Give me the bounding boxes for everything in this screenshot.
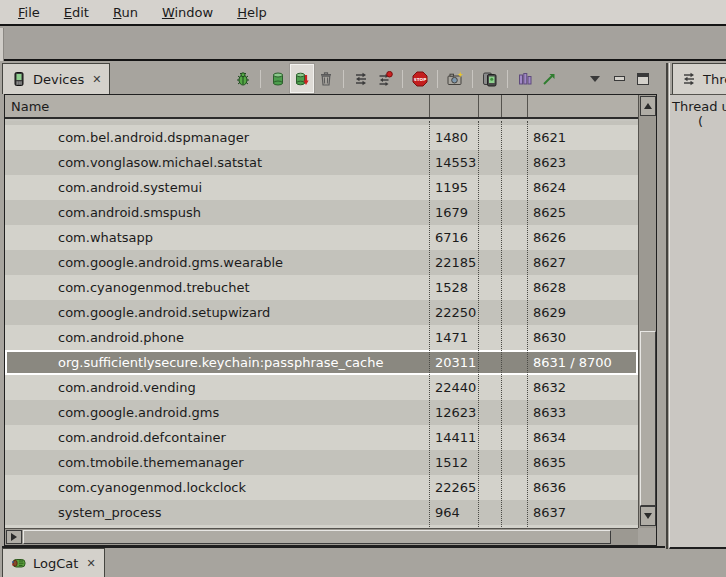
line-chart-button[interactable] xyxy=(537,66,561,92)
update-heap-button[interactable] xyxy=(266,66,290,92)
process-port: 8627 xyxy=(528,255,638,270)
view-sash[interactable] xyxy=(666,63,668,549)
process-pid: 12623 xyxy=(430,405,479,420)
table-row[interactable]: com.whatsapp 6716 8626 xyxy=(5,225,638,250)
update-threads-button[interactable] xyxy=(349,66,373,92)
process-name: system_process xyxy=(5,505,430,520)
device-panel-button[interactable] xyxy=(478,66,502,92)
table-row[interactable]: com.android.systemui 1195 8624 xyxy=(5,175,638,200)
process-pid: 1480 xyxy=(430,130,479,145)
table-row[interactable]: com.vonglasow.michael.satstat 14553 8623 xyxy=(5,150,638,175)
process-pid: 20311 xyxy=(430,355,479,370)
view-menu-button[interactable] xyxy=(583,66,607,92)
process-name: com.android.systemui xyxy=(5,180,430,195)
tab-devices[interactable]: Devices ✕ xyxy=(2,63,110,94)
toolbar-separator xyxy=(402,70,403,88)
minimize-button[interactable] xyxy=(607,66,631,92)
column-header-5[interactable] xyxy=(528,95,638,117)
table-row[interactable]: system_process 964 8637 xyxy=(5,500,638,525)
maximize-button[interactable] xyxy=(631,66,655,92)
threads-icon xyxy=(681,71,697,87)
dump-hprof-button[interactable] xyxy=(290,64,314,93)
column-header-2[interactable] xyxy=(430,95,479,117)
process-pid: 14553 xyxy=(430,155,479,170)
column-header-name[interactable]: Name xyxy=(5,95,430,117)
table-row[interactable]: com.cyanogenmod.lockclock 22265 8636 xyxy=(5,475,638,500)
hierarchy-bars-button[interactable] xyxy=(513,66,537,92)
menu-item-file[interactable]: File xyxy=(8,2,50,23)
tab-devices-close-icon[interactable]: ✕ xyxy=(90,73,101,86)
process-pid: 22265 xyxy=(430,480,479,495)
threads-message-line1: Thread up xyxy=(672,99,726,114)
menu-item-help[interactable]: Help xyxy=(227,2,277,23)
method-profiling-button[interactable] xyxy=(373,66,397,92)
method-profiling-icon xyxy=(377,71,393,87)
vertical-scrollbar-thumb[interactable] xyxy=(640,331,656,506)
process-port: 8636 xyxy=(528,480,638,495)
process-port: 8632 xyxy=(528,380,638,395)
process-pid: 1471 xyxy=(430,330,479,345)
main-toolbar xyxy=(0,28,726,61)
table-row[interactable]: com.android.smspush 1679 8625 xyxy=(5,200,638,225)
vertical-scrollbar[interactable] xyxy=(638,95,656,528)
arrow-down-icon xyxy=(644,513,652,519)
perspective-bar xyxy=(0,28,4,61)
process-pid: 6716 xyxy=(430,230,479,245)
table-row[interactable]: com.bel.android.dspmanager 1480 8621 xyxy=(5,125,638,150)
column-header-4[interactable] xyxy=(502,95,528,117)
process-port: 8621 xyxy=(528,130,638,145)
process-pid: 1512 xyxy=(430,455,479,470)
toolbar-separator xyxy=(507,70,508,88)
cause-gc-button[interactable] xyxy=(314,66,338,92)
tab-logcat[interactable]: LogCat ✕ xyxy=(2,548,105,577)
process-port: 8624 xyxy=(528,180,638,195)
scrollbar-corner xyxy=(638,528,656,545)
process-pid: 22250 xyxy=(430,305,479,320)
threads-message-line2: ( xyxy=(672,114,726,129)
debug-bug-icon xyxy=(235,71,251,87)
horizontal-scrollbar-thumb[interactable] xyxy=(23,530,611,544)
minimize-icon xyxy=(614,76,625,81)
process-port: 8635 xyxy=(528,455,638,470)
table-row[interactable]: com.cyanogenmod.trebuchet 1528 8628 xyxy=(5,275,638,300)
process-name: com.bel.android.dspmanager xyxy=(5,130,430,145)
scroll-down-button[interactable] xyxy=(640,506,656,526)
process-pid: 22440 xyxy=(430,380,479,395)
process-name: com.android.defcontainer xyxy=(5,430,430,445)
process-port: 8637 xyxy=(528,505,638,520)
table-row[interactable]: com.tmobile.thememanager 1512 8635 xyxy=(5,450,638,475)
screen-capture-button[interactable] xyxy=(443,66,467,92)
scroll-up-button[interactable] xyxy=(640,96,656,116)
column-header-3[interactable] xyxy=(479,95,502,117)
process-name: com.whatsapp xyxy=(5,230,430,245)
table-row[interactable]: com.google.android.gms.wearable 22185 86… xyxy=(5,250,638,275)
bars-icon xyxy=(517,71,533,87)
tab-logcat-close-icon[interactable]: ✕ xyxy=(84,557,95,570)
table-row[interactable]: com.android.phone 1471 8630 xyxy=(5,325,638,350)
arrow-right-icon xyxy=(11,533,17,541)
menu-item-window[interactable]: Window xyxy=(152,2,223,23)
phone-icon xyxy=(11,71,27,87)
table-row[interactable]: com.google.android.gms 12623 8633 xyxy=(5,400,638,425)
threads-icon xyxy=(353,71,369,87)
process-name: com.android.phone xyxy=(5,330,430,345)
tab-threads[interactable]: Threads xyxy=(672,63,726,94)
table-row[interactable]: com.android.vending 22440 8632 xyxy=(5,375,638,400)
table-row[interactable]: com.google.android.setupwizard 22250 862… xyxy=(5,300,638,325)
debug-attach-button[interactable] xyxy=(231,66,255,92)
threads-message: Thread up ( xyxy=(670,94,726,547)
menu-item-edit[interactable]: Edit xyxy=(54,2,99,23)
tab-devices-label: Devices xyxy=(33,72,84,87)
table-row[interactable]: org.sufficientlysecure.keychain:passphra… xyxy=(5,350,638,375)
horizontal-scrollbar[interactable] xyxy=(5,528,638,545)
menu-item-run[interactable]: Run xyxy=(103,2,148,23)
stop-process-button[interactable]: STOP xyxy=(408,66,432,92)
toolbar-separator xyxy=(472,70,473,88)
process-pid: 964 xyxy=(430,505,479,520)
scroll-right-button[interactable] xyxy=(6,530,22,544)
table-row[interactable]: com.android.defcontainer 14411 8634 xyxy=(5,425,638,450)
devices-toolbar: STOP xyxy=(231,63,655,94)
toolbar-separator xyxy=(260,70,261,88)
table-header: Name xyxy=(5,95,638,119)
process-name: com.google.android.gms xyxy=(5,405,430,420)
